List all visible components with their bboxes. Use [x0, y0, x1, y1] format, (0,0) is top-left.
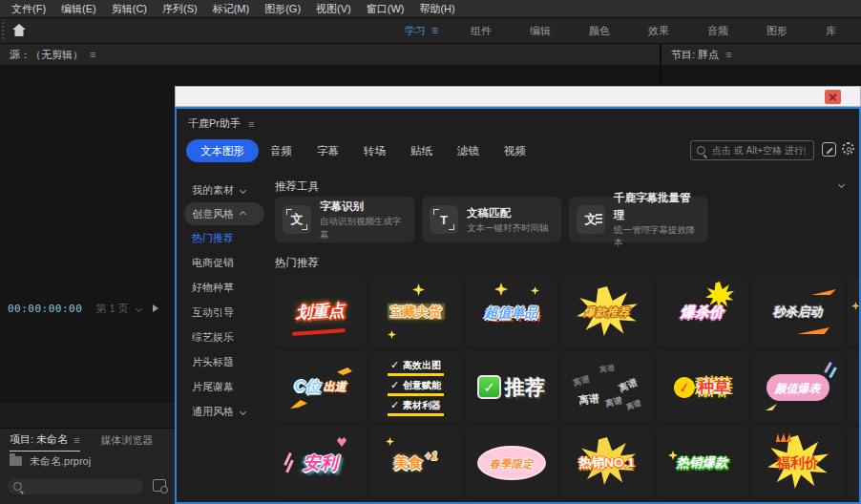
sticker-baoshajia[interactable]: 爆杀价	[657, 277, 747, 346]
plugin-panel-tab[interactable]: 千鹿Pr助手 ≡	[188, 116, 254, 131]
sticker-baozangjianhuo[interactable]: 宝藏尖货	[370, 277, 461, 346]
sticker-anli[interactable]: 安利	[275, 428, 366, 497]
sticker-meishi-plus1[interactable]: 美食+1	[370, 428, 461, 497]
tab-transitions[interactable]: 转场	[364, 144, 386, 158]
tool-card-subtitle-recognition[interactable]: 文 字幕识别 自动识别视频生成字幕	[275, 197, 414, 242]
sidebar-item-opening-titles[interactable]: 片头标题	[177, 349, 272, 374]
step-forward-icon[interactable]	[153, 304, 158, 312]
panel-menu-icon[interactable]: ≡	[725, 49, 731, 60]
workspace-tab-graphics[interactable]: 图形	[747, 24, 807, 38]
search-bin-icon[interactable]	[153, 479, 166, 492]
tab-video[interactable]: 视频	[504, 144, 526, 158]
menu-edit[interactable]: 编辑(E)	[53, 2, 104, 16]
feedback-form-icon[interactable]	[822, 142, 836, 157]
menu-help[interactable]: 帮助(H)	[411, 2, 462, 16]
menu-file[interactable]: 文件(F)	[4, 2, 53, 16]
workspace-overflow-icon[interactable]: ≡	[431, 24, 452, 37]
folder-up-icon[interactable]	[10, 456, 22, 466]
scan-t-icon: T	[430, 205, 458, 234]
settings-gear-icon[interactable]	[842, 142, 854, 155]
plugin-sidebar: 我的素材 创意风格 热门推荐 电商促销 好物种草 互动引导 综艺娱乐 片头标题 …	[177, 172, 272, 502]
sidebar-group-creative-styles[interactable]: 创意风格	[184, 202, 264, 225]
chevron-down-icon	[240, 186, 246, 193]
tools-section-header: 推荐工具	[275, 179, 319, 194]
collapse-section-icon[interactable]	[838, 181, 845, 188]
menu-graphics[interactable]: 图形(G)	[257, 2, 308, 16]
menu-markers[interactable]: 标记(M)	[205, 2, 258, 16]
plugin-search-input[interactable]	[710, 144, 808, 157]
sticker-chunjixianding[interactable]: 春季限定	[466, 428, 556, 497]
sidebar-group-my-assets[interactable]: 我的素材	[177, 178, 272, 202]
sidebar-item-variety[interactable]: 综艺娱乐	[177, 325, 272, 349]
tab-project[interactable]: 项目: 未命名 ≡	[10, 429, 80, 452]
plugin-panel-title: 千鹿Pr助手	[188, 116, 241, 131]
sticker-huazhongdian[interactable]: 划重点	[275, 277, 366, 346]
sticker-cell-clipped[interactable]	[848, 277, 861, 346]
panel-menu-icon[interactable]: ≡	[74, 434, 79, 446]
source-monitor-title[interactable]: 源：（无剪辑）	[10, 48, 83, 62]
tab-subtitles[interactable]: 字幕	[317, 144, 339, 158]
sticker-cell-clipped[interactable]	[848, 352, 861, 422]
panel-menu-icon[interactable]: ≡	[90, 49, 95, 60]
sticker-baokuantuijian[interactable]: 爆款推荐	[561, 277, 652, 346]
plugin-nav-bar: 文本图形 音频 字幕 转场 贴纸 滤镜 视频	[177, 137, 859, 166]
sidebar-item-hot-picks[interactable]: 热门推荐	[177, 225, 272, 250]
menu-view[interactable]: 视图(V)	[308, 2, 359, 16]
sticker-label: 离谱	[598, 363, 616, 376]
home-icon[interactable]	[11, 23, 27, 38]
tab-filters[interactable]: 滤镜	[457, 144, 479, 158]
panel-grip	[2, 22, 4, 39]
sticker-grid: 划重点 宝藏尖货 超值单品 爆款推荐 爆杀价 秒杀启动 C位出道 ✓高效出图 ✓…	[275, 277, 861, 504]
plugin-search-box[interactable]	[690, 140, 814, 160]
tab-stickers[interactable]: 贴纸	[410, 144, 432, 158]
sticker-yanzhibaobiao[interactable]: 颜值爆表	[752, 352, 843, 422]
menu-clip[interactable]: 剪辑(C)	[104, 2, 155, 16]
workspace-tab-color[interactable]: 颜色	[570, 24, 629, 38]
page-select[interactable]: 第 1 页	[95, 302, 140, 316]
sticker-label: 创意赋能	[403, 379, 441, 392]
sticker-cell-clipped[interactable]	[848, 428, 861, 497]
sidebar-item-ecommerce[interactable]: 电商促销	[177, 250, 272, 275]
source-timecode[interactable]: 00:00:00:00	[8, 303, 82, 315]
sticker-checklist[interactable]: ✓高效出图 ✓创意赋能 ✓素材利器	[370, 352, 461, 422]
plugin-window-titlebar[interactable]	[175, 86, 861, 107]
tool-card-script-match[interactable]: T 文稿匹配 文本一键对齐时间轴	[422, 197, 561, 242]
tab-text-graphics[interactable]: 文本图形	[186, 139, 259, 162]
sticker-label: 春季限定	[490, 458, 534, 470]
close-icon[interactable]	[825, 90, 841, 104]
workspace-tab-audio[interactable]: 音频	[688, 24, 747, 38]
sticker-chaozhidanpin[interactable]: 超值单品	[466, 277, 556, 346]
sticker-rexiao-no1[interactable]: 热销NO.1	[561, 428, 652, 497]
sticker-label: 热销NO.1	[578, 456, 635, 470]
panel-menu-icon[interactable]: ≡	[248, 118, 254, 130]
sidebar-group-general-styles[interactable]: 通用风格	[177, 399, 272, 424]
sidebar-item-interaction[interactable]: 互动引导	[177, 300, 272, 325]
sticker-tuijian[interactable]: ✓推荐	[466, 352, 556, 422]
menu-window[interactable]: 窗口(W)	[359, 2, 412, 16]
workspace-tab-assembly[interactable]: 组件	[452, 24, 511, 38]
tab-audio[interactable]: 音频	[270, 144, 292, 158]
sticker-miaoshaqidong[interactable]: 秒杀启动	[752, 277, 843, 346]
project-search-box[interactable]	[8, 478, 143, 494]
sticker-rexiaobaokuan[interactable]: 热销爆款	[657, 428, 747, 497]
program-monitor-title[interactable]: 节目: 胖点	[671, 48, 719, 62]
sticker-label: 安利	[304, 454, 338, 472]
sticker-cweichudao[interactable]: C位出道	[275, 352, 366, 422]
menu-sequence[interactable]: 序列(S)	[155, 2, 205, 16]
sticker-lipu-scatter[interactable]: 离谱 离谱 离谱 离谱 离谱 离谱	[561, 352, 652, 422]
workspace-tab-learning[interactable]: 学习	[386, 24, 431, 38]
chevron-down-icon	[240, 408, 246, 414]
workspace-tab-libraries[interactable]: 库	[807, 24, 855, 38]
tool-card-subtitle-batch-manage[interactable]: 文 千鹿字幕批量管理 统一管理字幕提效降本	[569, 197, 708, 242]
plugin-window-body: 千鹿Pr助手 ≡ 文本图形 音频 字幕 转场 贴纸 滤镜 视频 我的素材	[175, 107, 861, 504]
sticker-fulijia[interactable]: 福利价	[752, 428, 843, 497]
sticker-zhongcao[interactable]: ✓种草	[657, 352, 747, 422]
workspace-tab-editing[interactable]: 编辑	[511, 24, 570, 38]
sidebar-item-end-credits[interactable]: 片尾谢幕	[177, 374, 272, 399]
tab-media-browser[interactable]: 媒体浏览器	[101, 433, 154, 448]
sticker-label: 划重点	[296, 303, 346, 322]
sidebar-item-product-seeding[interactable]: 好物种草	[177, 275, 272, 300]
sticker-label: 宝藏尖货	[388, 304, 445, 321]
project-search-input[interactable]	[26, 480, 137, 493]
workspace-tab-effects[interactable]: 效果	[629, 24, 688, 38]
